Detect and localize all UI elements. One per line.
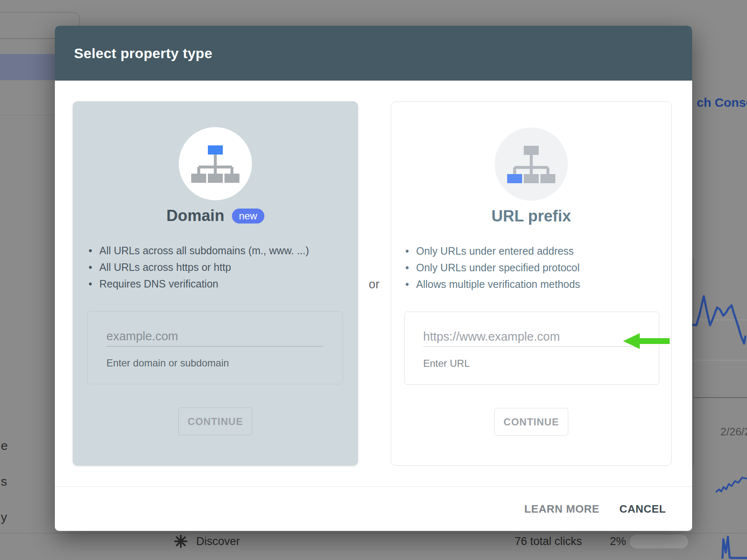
discover-row-label: Discover: [196, 535, 240, 548]
screen: ch Console 2/26/2 e s y Discover 76 tota…: [0, 0, 747, 560]
or-separator: or: [360, 278, 389, 291]
url-prefix-input-panel: Enter URL: [404, 312, 659, 385]
background-divider: [0, 115, 55, 115]
bullet-item: Requires DNS verification: [88, 275, 309, 292]
chart-axis-date-label: 2/26/2: [720, 425, 747, 438]
url-prefix-card: URL prefix Only URLs under entered addre…: [391, 101, 672, 466]
url-prefix-bullet-list: Only URLs under entered address Only URL…: [404, 243, 580, 292]
domain-input[interactable]: [106, 327, 323, 346]
discover-percent: 2%: [606, 535, 626, 548]
dialog-title: Select property type: [74, 45, 212, 61]
bullet-item: Only URLs under entered address: [404, 243, 580, 259]
domain-bullet-list: All URLs across all subdomains (m., www.…: [88, 242, 309, 292]
url-prefix-input-helper: Enter URL: [423, 358, 470, 369]
url-prefix-card-title: URL prefix: [491, 207, 571, 225]
url-prefix-input[interactable]: [423, 327, 640, 347]
green-arrow-icon: [623, 332, 670, 350]
dialog-footer: LEARN MORE CANCEL: [55, 487, 692, 531]
domain-input-panel: Enter domain or subdomain: [87, 311, 343, 384]
background-divider: [0, 39, 55, 39]
domain-sitemap-icon: [190, 143, 241, 184]
bullet-item: All URLs across https or http: [88, 259, 309, 275]
bullet-item: Only URLs under specified protocol: [404, 259, 580, 276]
bullet-item: Allows multiple verification methods: [404, 276, 580, 292]
learn-more-button[interactable]: LEARN MORE: [524, 503, 599, 516]
background-selected-row: [0, 54, 55, 80]
bullet-item: All URLs across all subdomains (m., www.…: [88, 242, 309, 259]
discover-total-clicks: 76 total clicks: [499, 535, 582, 548]
background-clicks-chart: [690, 249, 747, 482]
domain-icon-circle: [179, 127, 252, 200]
select-property-type-dialog: Select property type Domain new All URLs…: [55, 26, 692, 531]
url-prefix-sitemap-icon: [505, 143, 557, 185]
cancel-button[interactable]: CANCEL: [619, 503, 666, 516]
search-console-logo-fragment: ch Console: [697, 96, 747, 110]
sidebar-item-fragment: s: [1, 474, 7, 489]
sidebar-item-fragment: e: [1, 439, 8, 453]
domain-input-helper: Enter domain or subdomain: [106, 357, 229, 369]
dialog-header: Select property type: [55, 26, 692, 81]
url-prefix-icon-circle: [495, 128, 568, 201]
sidebar-item-fragment: y: [1, 510, 7, 524]
url-prefix-continue-button[interactable]: CONTINUE: [494, 408, 568, 436]
domain-continue-button[interactable]: CONTINUE: [178, 408, 252, 435]
background-sparkline: [713, 472, 747, 496]
background-sparkline: [719, 534, 747, 560]
domain-card: Domain new All URLs across all subdomain…: [73, 101, 358, 466]
new-badge: new: [232, 209, 264, 224]
discover-progress-bar: [629, 534, 688, 549]
asterisk-icon: [174, 534, 188, 548]
background-divider: [0, 533, 747, 533]
domain-card-title: Domain: [166, 207, 224, 225]
